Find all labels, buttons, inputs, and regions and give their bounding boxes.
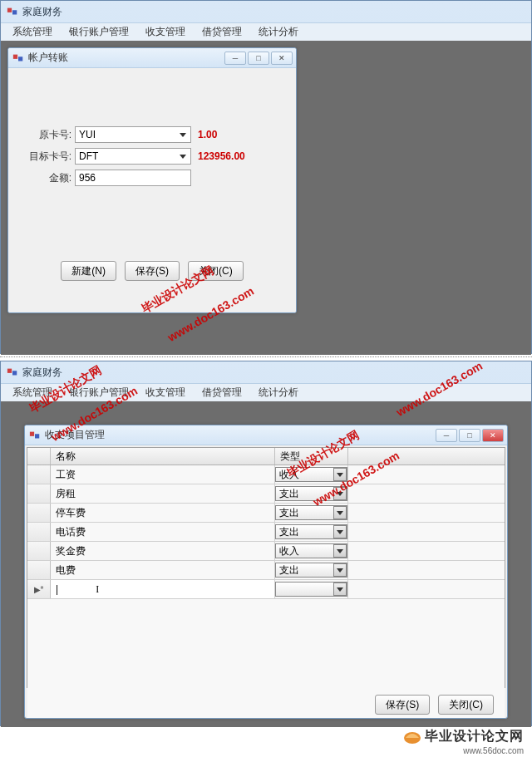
titlebar-2[interactable]: 家庭财务 (1, 361, 531, 383)
transfer-titlebar[interactable]: 帐户转账 ─ □ ✕ (8, 48, 296, 68)
maximize-button[interactable]: □ (248, 52, 269, 65)
child-icon (12, 52, 25, 65)
category-title: 收支项目管理 (45, 428, 436, 442)
footer-logo: 毕业设计论文网 (403, 728, 524, 745)
name-cell[interactable]: 电费 (51, 561, 275, 579)
main-window-1: 家庭财务 系统管理 银行账户管理 收支管理 借贷管理 统计分析 帐户转账 ─ □… (0, 0, 532, 354)
amount-value: 956 (79, 172, 96, 184)
close-button-form[interactable]: 关闭(C) (188, 261, 244, 281)
table-row[interactable]: 停车费支出 (27, 504, 505, 523)
menu-statistics[interactable]: 统计分析 (250, 23, 307, 41)
category-titlebar[interactable]: 收支项目管理 ─ □ ✕ (25, 425, 507, 445)
new-row-name-cell[interactable]: |I (51, 580, 275, 598)
type-cell[interactable]: 支出 (275, 484, 348, 503)
svg-rect-4 (7, 369, 12, 373)
to-card-label: 目标卡号: (17, 150, 75, 164)
table-row[interactable]: 房租支出 (27, 484, 505, 504)
main-window-2: 家庭财务 系统管理 银行账户管理 收支管理 借贷管理 统计分析 收支项目管理 ─… (0, 361, 532, 726)
footer-text: 毕业设计论文网 (425, 728, 524, 745)
app-icon (6, 366, 19, 379)
row-selector[interactable] (27, 542, 51, 560)
minimize-button[interactable]: ─ (436, 429, 457, 442)
new-row[interactable]: ▶* |I (27, 580, 505, 599)
type-cell[interactable]: 支出 (275, 561, 348, 579)
type-cell[interactable]: 支出 (275, 504, 348, 522)
category-window: 收支项目管理 ─ □ ✕ 名称 类型 工资收入房租支出停车费支出电话费支出奖金费… (24, 425, 508, 719)
maximize-button[interactable]: □ (459, 429, 480, 442)
row-selector[interactable] (27, 523, 51, 541)
mdi-area-1: 帐户转账 ─ □ ✕ 原卡号: YUI 1.00 目标卡号: (1, 41, 531, 355)
row-selector[interactable] (27, 484, 51, 503)
svg-rect-5 (12, 371, 17, 375)
dropdown-icon (333, 582, 347, 596)
row-selector[interactable] (27, 561, 51, 579)
col-header-name[interactable]: 名称 (51, 448, 275, 465)
col-header-type[interactable]: 类型 (275, 448, 348, 465)
category-grid[interactable]: 名称 类型 工资收入房租支出停车费支出电话费支出奖金费收入电费支出 ▶* |I (27, 447, 505, 688)
svg-rect-0 (7, 8, 12, 12)
minimize-button[interactable]: ─ (224, 52, 246, 65)
table-row[interactable]: 奖金费收入 (27, 542, 505, 561)
footer-domain: www.56doc.com (463, 746, 524, 755)
svg-rect-3 (18, 57, 22, 61)
table-row[interactable]: 电费支出 (27, 561, 505, 580)
save-button[interactable]: 保存(S) (375, 695, 430, 715)
mdi-area-2: 收支项目管理 ─ □ ✕ 名称 类型 工资收入房租支出停车费支出电话费支出奖金费… (1, 401, 531, 727)
type-cell[interactable]: 支出 (275, 523, 348, 541)
dropdown-icon (177, 129, 189, 140)
menu-statistics[interactable]: 统计分析 (250, 384, 307, 401)
svg-rect-6 (30, 431, 34, 435)
to-balance: 123956.00 (198, 150, 245, 162)
name-cell[interactable]: 房租 (51, 484, 275, 503)
row-selector[interactable] (27, 504, 51, 522)
table-row[interactable]: 工资收入 (27, 465, 505, 484)
child-icon (28, 429, 42, 442)
to-card-value: DFT (79, 150, 98, 162)
menu-system[interactable]: 系统管理 (4, 384, 61, 401)
type-cell[interactable]: 收入 (275, 465, 348, 484)
name-cell[interactable]: 停车费 (51, 504, 275, 522)
dropdown-icon (177, 150, 189, 162)
app-icon (6, 5, 19, 18)
close-button[interactable]: ✕ (271, 52, 293, 65)
menu-bank-account[interactable]: 银行账户管理 (61, 23, 137, 41)
menu-income-expense[interactable]: 收支管理 (137, 23, 194, 41)
dropdown-icon (333, 544, 347, 558)
amount-input[interactable]: 956 (75, 170, 191, 186)
separator (0, 356, 532, 357)
type-cell[interactable]: 收入 (275, 542, 348, 560)
titlebar-1[interactable]: 家庭财务 (1, 1, 531, 22)
transfer-title: 帐户转账 (28, 51, 224, 65)
dropdown-icon (333, 487, 347, 500)
menu-bank-account[interactable]: 银行账户管理 (61, 384, 137, 401)
new-row-type-cell[interactable] (275, 580, 348, 598)
app-title-2: 家庭财务 (22, 366, 62, 380)
name-cell[interactable]: 奖金费 (51, 542, 275, 560)
menu-income-expense[interactable]: 收支管理 (137, 384, 194, 401)
menu-system[interactable]: 系统管理 (4, 23, 61, 41)
grid-header: 名称 类型 (27, 448, 505, 465)
name-cell[interactable]: 工资 (51, 465, 275, 484)
to-card-combo[interactable]: DFT (75, 148, 191, 165)
dropdown-icon (333, 563, 347, 577)
close-button[interactable]: ✕ (482, 429, 504, 442)
from-card-combo[interactable]: YUI (75, 126, 191, 143)
app-title-1: 家庭财务 (22, 5, 62, 19)
menubar-2: 系统管理 银行账户管理 收支管理 借贷管理 统计分析 (1, 383, 531, 401)
name-cell[interactable]: 电话费 (51, 523, 275, 541)
table-row[interactable]: 电话费支出 (27, 523, 505, 542)
row-selector[interactable] (27, 465, 51, 484)
footer-logo-icon (403, 730, 421, 745)
dropdown-icon (333, 525, 347, 538)
svg-rect-7 (35, 434, 39, 438)
save-button[interactable]: 保存(S) (125, 261, 180, 281)
menu-loan[interactable]: 借贷管理 (194, 384, 250, 401)
svg-rect-2 (13, 54, 17, 58)
grid-body: 工资收入房租支出停车费支出电话费支出奖金费收入电费支出 ▶* |I (27, 465, 505, 718)
new-button[interactable]: 新建(N) (61, 261, 116, 281)
dropdown-icon (333, 506, 347, 519)
menu-loan[interactable]: 借贷管理 (194, 23, 250, 41)
close-button-form[interactable]: 关闭(C) (438, 695, 494, 715)
transfer-window: 帐户转账 ─ □ ✕ 原卡号: YUI 1.00 目标卡号: (7, 47, 297, 313)
svg-rect-1 (12, 10, 17, 14)
